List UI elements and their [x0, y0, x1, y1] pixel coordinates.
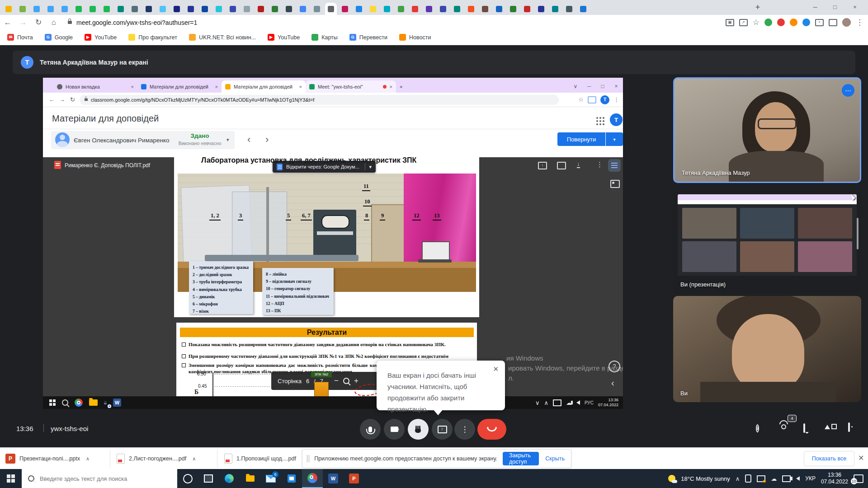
browser-tab-favicon[interactable] — [325, 3, 337, 15]
url-text[interactable]: meet.google.com/ywx-tshs-eoi?authuser=1 — [76, 19, 197, 26]
tab-close-icon[interactable]: × — [299, 84, 302, 89]
browser-tab-favicon[interactable] — [437, 3, 449, 15]
download-icon[interactable]: ↓ — [577, 161, 580, 168]
camera-button[interactable] — [384, 419, 405, 440]
browser-tab-favicon[interactable] — [479, 3, 491, 15]
host-controls-button[interactable] — [848, 423, 850, 432]
browser-tab-favicon[interactable] — [535, 3, 547, 15]
page-number[interactable]: 6 — [306, 378, 309, 385]
download-item[interactable]: 2.Лист-погоджен....pdf ∧ — [117, 450, 196, 467]
bookmark-item[interactable]: Про факультет — [128, 34, 177, 41]
pdf-menu-icon[interactable]: ⋮ — [596, 160, 603, 169]
hide-button[interactable]: Скрыть — [545, 455, 565, 462]
browser-tab-favicon[interactable] — [213, 3, 225, 15]
taskbar-powerpoint[interactable]: P — [344, 469, 364, 488]
inner-tab-classroom-2-active[interactable]: Матеріали для доповідей × — [222, 80, 306, 93]
share-icon[interactable]: ↗ — [739, 19, 748, 26]
activities-button[interactable] — [825, 424, 837, 429]
browser-tab-favicon[interactable] — [255, 3, 267, 15]
inner-tab-meet[interactable]: Meet: "ywx-tshs-eoi" × — [306, 80, 396, 93]
inner-tab-newtab[interactable]: Новая вкладка × — [53, 80, 137, 93]
tab-close-icon[interactable]: × — [390, 84, 392, 89]
cast-icon[interactable]: ▣ — [726, 19, 734, 26]
browser-tab-favicon[interactable] — [521, 3, 533, 15]
thumbnails-panel-icon[interactable] — [610, 180, 620, 188]
home-icon[interactable]: ⌂ — [46, 18, 61, 27]
bookmark-item[interactable]: ▶YouTube — [268, 34, 300, 41]
more-options-button[interactable]: ⋮ — [454, 419, 475, 440]
tab-search-icon[interactable]: ∨ — [569, 80, 582, 93]
start-button[interactable] — [0, 469, 22, 488]
download-item[interactable]: P Презентаци-полі....pptx ∧ — [5, 450, 90, 467]
tray-expand-icon[interactable]: ∧ — [736, 475, 740, 482]
taskbar-edge[interactable] — [219, 469, 240, 488]
status-dropdown-icon[interactable]: ▾ — [226, 137, 229, 143]
tab-close-icon[interactable]: × — [131, 84, 134, 89]
inner-clock[interactable]: 13:36 07.04.2022 — [598, 398, 618, 408]
extensions-puzzle-icon[interactable]: + — [815, 19, 824, 26]
account-avatar[interactable]: T — [610, 113, 623, 126]
reload-icon[interactable]: ↻ — [31, 18, 46, 27]
window-maximize-button[interactable]: □ — [827, 1, 843, 14]
video-tile-your-presentation[interactable]: Ви (презентація) — [673, 191, 861, 293]
download-caret-icon[interactable]: ∧ — [86, 456, 90, 462]
browser-tab-favicon[interactable] — [465, 3, 477, 15]
browser-tab-favicon[interactable] — [409, 3, 421, 15]
add-to-meeting-icon[interactable]: ↑ — [538, 162, 547, 169]
inner-display-icon[interactable] — [553, 399, 561, 406]
action-center-icon[interactable]: 10 — [854, 474, 863, 483]
inner-start-icon[interactable] — [49, 399, 56, 406]
taskbar-chrome-active[interactable] — [302, 469, 323, 488]
open-with-button[interactable]: Відкрити через: Google Докум... ▾ — [273, 161, 376, 173]
browser-tab-favicon[interactable] — [185, 3, 197, 15]
volume-icon[interactable] — [796, 476, 800, 481]
browser-tab-favicon[interactable] — [507, 3, 519, 15]
task-view-button[interactable] — [198, 469, 219, 488]
network-icon[interactable] — [782, 475, 791, 482]
inner-bookmark-star-icon[interactable]: ☆ — [578, 96, 584, 103]
inner-omnibox[interactable]: classroom.google.com/g/tg/NDcxOTkzMjUzMT… — [80, 95, 559, 105]
zoom-out-icon[interactable]: − — [334, 376, 339, 385]
weather-icon[interactable] — [668, 475, 675, 482]
browser-tab-favicon[interactable] — [339, 3, 351, 15]
browser-tab-favicon[interactable] — [59, 3, 71, 15]
cast-status-icon[interactable] — [757, 475, 765, 482]
next-student-icon[interactable]: › — [265, 133, 269, 146]
bookmark-item[interactable]: ✉Почта — [7, 34, 33, 41]
close-access-button[interactable]: Закрыть доступ — [503, 452, 539, 465]
browser-tab-favicon[interactable] — [227, 3, 239, 15]
tab-close-icon[interactable]: × — [215, 84, 218, 89]
browser-tab-favicon[interactable] — [423, 3, 435, 15]
bookmark-star-icon[interactable]: ☆ — [753, 18, 760, 27]
inner-word-icon[interactable]: W — [113, 399, 121, 407]
browser-tab-favicon[interactable] — [115, 3, 127, 15]
inner-side-panel-icon[interactable] — [588, 96, 596, 103]
open-with-caret-icon[interactable]: ▾ — [369, 164, 372, 170]
downloads-bar-close-icon[interactable]: ✕ — [858, 454, 864, 462]
return-button[interactable]: Повернути — [557, 132, 605, 146]
side-panel-icon[interactable] — [829, 19, 837, 26]
show-all-downloads-button[interactable]: Показать все — [804, 451, 854, 466]
browser-tab-favicon[interactable] — [241, 3, 253, 15]
apps-grid-icon[interactable] — [596, 117, 598, 119]
raise-hand-button[interactable] — [408, 419, 429, 440]
inner-search-icon[interactable] — [62, 399, 68, 406]
mic-button[interactable] — [360, 419, 381, 440]
zoom-in-icon[interactable]: + — [354, 376, 359, 385]
tile-options-icon[interactable]: ⋯ — [842, 84, 854, 97]
browser-tab-favicon[interactable] — [101, 3, 113, 15]
browser-tab-favicon[interactable] — [73, 3, 85, 15]
outline-panel-icon[interactable] — [608, 159, 621, 172]
return-dropdown-button[interactable]: ▾ — [606, 132, 623, 146]
browser-tab-favicon[interactable] — [577, 3, 589, 15]
browser-tab-favicon[interactable] — [311, 3, 323, 15]
browser-menu-icon[interactable]: ⋮ — [856, 18, 863, 27]
present-button[interactable]: ↑ — [432, 419, 453, 440]
inner-profile-avatar[interactable]: T — [600, 95, 609, 104]
onedrive-icon[interactable]: ☁ — [771, 475, 777, 482]
browser-tab-favicon[interactable] — [549, 3, 561, 15]
browser-tab-favicon[interactable] — [31, 3, 42, 15]
phone-link-icon[interactable] — [745, 474, 751, 483]
browser-tab-favicon[interactable] — [395, 3, 407, 15]
profile-avatar[interactable] — [842, 18, 851, 27]
